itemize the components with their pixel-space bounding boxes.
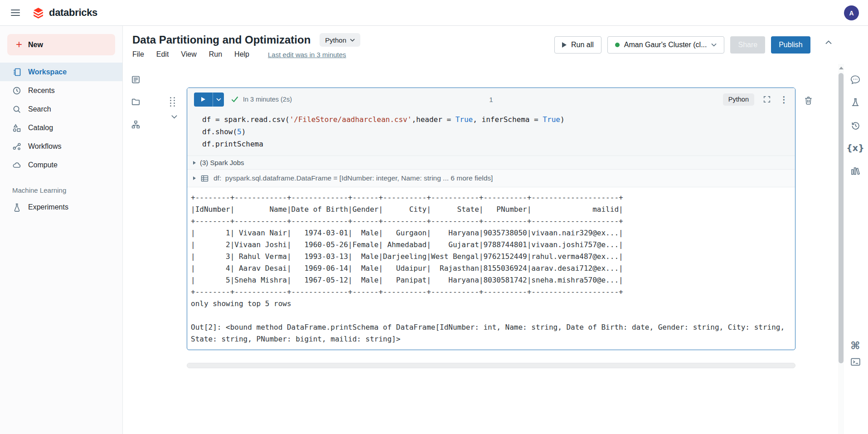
menu-edit[interactable]: Edit	[156, 50, 169, 59]
sidebar-item-workspace[interactable]: Workspace	[0, 63, 122, 81]
notebook-cell: In 3 minutes (2s) 1 Python ⋮ df = spark.…	[187, 88, 795, 350]
recents-clock-icon	[12, 86, 21, 95]
experiments-flask-icon[interactable]	[849, 97, 861, 108]
user-avatar[interactable]: A	[844, 5, 859, 20]
sidebar-section-machine-learning: Machine Learning	[12, 186, 122, 194]
menu-help[interactable]: Help	[234, 50, 249, 59]
scroll-up-arrow[interactable]	[839, 67, 844, 69]
comments-icon[interactable]	[849, 74, 861, 86]
version-history-icon[interactable]	[849, 120, 861, 132]
expand-triangle-icon	[193, 176, 196, 180]
sidebar-item-label: Recents	[28, 87, 55, 95]
cell-code-editor[interactable]: df = spark.read.csv('/FileStore/aadharcl…	[187, 111, 795, 156]
last-edit-link[interactable]: Last edit was in 3 minutes	[268, 51, 346, 59]
cell-output-table: +--------+------------+-------------+---…	[187, 187, 795, 298]
scrollbar-thumb[interactable]	[839, 73, 844, 363]
sidebar-item-label: Experiments	[28, 203, 68, 211]
next-cell-collapsed[interactable]	[187, 363, 795, 368]
cluster-status-dot	[615, 43, 620, 47]
cell-collapse-chevron-down-icon[interactable]	[171, 115, 178, 119]
cell-output-result: Out[2]: <bound method DataFrame.printSch…	[187, 322, 795, 350]
table-icon	[200, 174, 209, 183]
workflows-icon	[12, 142, 21, 151]
chevron-down-icon	[711, 43, 717, 47]
experiments-flask-icon	[12, 203, 21, 212]
sidebar-item-recents[interactable]: Recents	[0, 81, 122, 100]
sidebar-item-label: Compute	[28, 161, 58, 169]
collapse-header-chevron-up-icon[interactable]	[825, 40, 832, 44]
web-terminal-icon[interactable]	[849, 356, 861, 368]
workspace-icon	[12, 68, 21, 77]
search-icon	[12, 105, 21, 114]
run-options-chevron-icon[interactable]	[213, 93, 224, 107]
cell-toolbar: In 3 minutes (2s) 1 Python ⋮	[187, 88, 795, 111]
left-sidebar: + New Workspace Recents Search Catalog W…	[0, 26, 123, 434]
folder-icon[interactable]	[131, 97, 141, 107]
notebook-title: Data Partitioning and Optimization	[132, 34, 310, 46]
run-cell-button[interactable]	[194, 93, 224, 107]
notebook-header: Data Partitioning and Optimization Pytho…	[123, 26, 553, 67]
schema-browser-icon[interactable]	[131, 120, 141, 129]
variable-explorer-icon[interactable]: {x}	[849, 142, 861, 154]
compute-cloud-icon	[12, 161, 21, 170]
brand-wordmark: databricks	[49, 7, 97, 19]
play-icon	[562, 42, 567, 48]
libraries-icon[interactable]	[849, 165, 861, 177]
sidebar-item-catalog[interactable]: Catalog	[0, 118, 122, 137]
keyboard-shortcuts-icon[interactable]: ⌘	[849, 340, 861, 351]
sidebar-item-experiments[interactable]: Experiments	[0, 198, 122, 216]
cluster-selector[interactable]: Aman Gaur's Cluster (cl...	[607, 36, 725, 54]
cluster-label: Aman Gaur's Cluster (cl...	[624, 41, 707, 49]
catalog-icon	[12, 123, 21, 132]
new-button[interactable]: + New	[7, 34, 115, 55]
sidebar-item-compute[interactable]: Compute	[0, 156, 122, 174]
sidebar-item-search[interactable]: Search	[0, 100, 122, 118]
header-actions: Run all Aman Gaur's Cluster (cl... Share…	[554, 36, 810, 54]
hamburger-menu-icon[interactable]	[11, 10, 20, 16]
sidebar-item-workflows[interactable]: Workflows	[0, 137, 122, 156]
table-of-contents-icon[interactable]	[131, 75, 141, 84]
databricks-logo-icon	[32, 7, 44, 19]
cell-kebab-menu-icon[interactable]: ⋮	[780, 95, 788, 104]
success-check-icon	[231, 96, 239, 103]
dataframe-summary-row[interactable]: df: pyspark.sql.dataframe.DataFrame = [I…	[187, 169, 795, 187]
top-bar: databricks A	[0, 0, 868, 26]
sidebar-item-label: Catalog	[28, 124, 53, 132]
new-button-label: New	[28, 41, 43, 49]
plus-icon: +	[16, 39, 22, 50]
sidebar-item-label: Workspace	[28, 68, 67, 76]
menu-run[interactable]: Run	[209, 50, 222, 59]
vertical-scrollbar[interactable]	[838, 64, 844, 434]
spark-jobs-label: (3) Spark Jobs	[200, 159, 244, 166]
notebook-language-selector[interactable]: Python	[320, 33, 360, 47]
cell-drag-handle[interactable]	[170, 97, 175, 107]
sidebar-item-label: Workflows	[28, 142, 62, 151]
chevron-down-icon	[350, 39, 355, 42]
cell-run-status: In 3 minutes (2s)	[243, 96, 292, 103]
databricks-logo[interactable]: databricks	[32, 7, 97, 19]
spark-jobs-row[interactable]: (3) Spark Jobs	[187, 156, 795, 169]
notebook-language-label: Python	[325, 36, 346, 44]
delete-cell-trash-icon[interactable]	[804, 96, 813, 106]
share-button[interactable]: Share	[730, 36, 765, 54]
dataframe-summary-text: df: pyspark.sql.dataframe.DataFrame = [I…	[213, 174, 493, 182]
right-rail: {x} ⌘	[843, 26, 868, 434]
run-all-button[interactable]: Run all	[554, 36, 601, 54]
menu-file[interactable]: File	[132, 50, 144, 59]
menu-view[interactable]: View	[181, 50, 196, 59]
cell-number: 1	[489, 96, 493, 103]
sidebar-item-label: Search	[28, 105, 51, 113]
cell-language-badge[interactable]: Python	[723, 93, 754, 106]
run-play-icon[interactable]	[194, 93, 213, 107]
run-all-label: Run all	[571, 41, 594, 49]
expand-fullscreen-icon[interactable]	[763, 95, 771, 103]
cell-output-footer: only showing top 5 rows	[187, 298, 795, 310]
expand-triangle-icon	[193, 161, 196, 165]
publish-button[interactable]: Publish	[771, 36, 810, 54]
